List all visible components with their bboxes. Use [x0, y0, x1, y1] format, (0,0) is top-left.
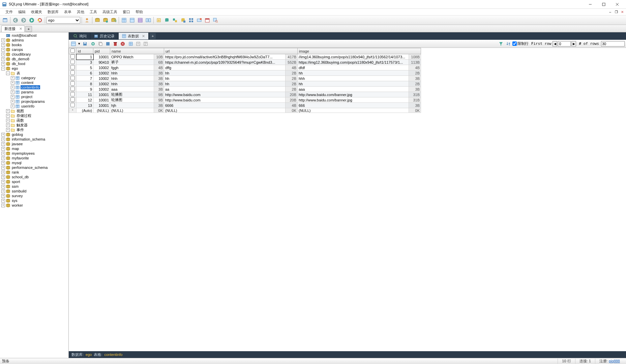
cell-id[interactable]: 8 [77, 81, 93, 87]
prev-page-button[interactable]: ◀ [553, 41, 557, 47]
mdi-restore-icon[interactable]: ❐ [614, 10, 619, 14]
cell-image[interactable]: 666 [298, 103, 409, 108]
grid-save-icon[interactable] [82, 40, 88, 47]
tree-database[interactable]: +worker [0, 203, 68, 208]
result-tab[interactable]: 历史记录 [91, 33, 118, 39]
cell-id[interactable]: 3 [77, 60, 93, 65]
cell-pid[interactable]: (NULL) [93, 108, 110, 113]
tree-database-ego[interactable]: −ego [0, 66, 68, 71]
col-url[interactable]: url [164, 48, 298, 54]
menu-other[interactable]: 其他 [74, 9, 87, 15]
table-row[interactable]: 710002hhh3Bhh2Bhhh3B [69, 76, 421, 81]
tree-table[interactable]: +project [0, 94, 68, 99]
expand-icon[interactable]: + [6, 109, 10, 113]
tree-database[interactable]: +books [0, 42, 68, 47]
tree-folder[interactable]: +函数 [0, 118, 68, 123]
mdi-minimize-icon[interactable]: – [608, 10, 613, 14]
cell-url[interactable]: aa [164, 87, 286, 92]
tree-folder-tables[interactable]: −表 [0, 71, 68, 75]
tool-schedule-icon[interactable] [204, 17, 211, 24]
menu-database[interactable]: 数据库 [45, 9, 61, 15]
cell-name[interactable]: 轮播图 [110, 97, 154, 103]
grid-dropdown-icon[interactable]: ▾ [78, 40, 81, 47]
row-check[interactable] [69, 60, 77, 65]
expand-icon[interactable]: + [11, 81, 14, 85]
cell-pid[interactable]: 10001 [93, 54, 110, 60]
tree-table[interactable]: +projectparams [0, 99, 68, 104]
expand-icon[interactable]: + [1, 38, 5, 42]
tool-index-icon[interactable] [137, 17, 144, 24]
cell-image[interactable]: aaa [298, 87, 409, 92]
grid-save-changes-icon[interactable] [105, 40, 111, 47]
refresh-icon[interactable] [36, 17, 43, 24]
tree-database[interactable]: +javaee [0, 142, 68, 146]
tree-database[interactable]: +myemployees [0, 151, 68, 156]
cell-id[interactable]: (Auto) [77, 108, 93, 113]
expand-icon[interactable]: + [1, 142, 5, 146]
tree-database[interactable]: +school_db [0, 175, 68, 179]
tree-database[interactable]: +performance_schema [0, 165, 68, 170]
expand-icon[interactable]: + [1, 48, 5, 52]
row-check[interactable] [69, 65, 77, 70]
expand-icon[interactable]: + [1, 152, 5, 155]
expand-icon[interactable]: + [1, 180, 5, 184]
expand-icon[interactable]: − [1, 67, 5, 70]
tree-folder[interactable]: +视图 [0, 109, 68, 113]
tool-schema-icon[interactable] [187, 17, 195, 24]
menu-advtools[interactable]: 高级工具 [100, 9, 120, 15]
mdi-close-icon[interactable]: ✕ [620, 10, 625, 14]
cell-pid[interactable]: 10001 [93, 92, 110, 97]
cell-name[interactable]: hhh [110, 76, 154, 81]
nav-forward-icon[interactable] [20, 17, 27, 24]
filter-icon[interactable] [498, 40, 504, 47]
expand-icon[interactable]: + [6, 114, 10, 118]
row-check[interactable] [69, 70, 77, 76]
tree-table[interactable]: +contentinfo [0, 85, 68, 90]
tree-database[interactable]: +db_food [0, 61, 68, 66]
cell-pid[interactable]: 10002 [93, 70, 110, 76]
table-row[interactable]: 810002hhh3Bhh2Bhh2B [69, 81, 421, 87]
tree-database[interactable]: +map [0, 146, 68, 151]
cell-name[interactable]: 轮播图 [110, 92, 154, 97]
cell-pid[interactable]: 10002 [93, 65, 110, 70]
grid-view-form-icon[interactable] [135, 40, 142, 47]
cell-url[interactable]: https://pro.jd.com/mall/active/tG3nBBhgh… [164, 54, 286, 60]
cell-id[interactable]: 1 [77, 54, 93, 60]
cell-pid[interactable]: 10001 [93, 103, 110, 108]
cell-url[interactable]: hh [164, 70, 286, 76]
close-icon[interactable]: ✕ [142, 34, 145, 38]
tree-database[interactable]: +myfavorite [0, 156, 68, 160]
col-name[interactable]: name [110, 48, 164, 54]
cell-name[interactable]: (NULL) [110, 108, 154, 113]
expand-icon[interactable]: + [1, 147, 5, 151]
expand-icon[interactable]: + [1, 138, 5, 141]
expand-icon[interactable]: + [1, 194, 5, 198]
maximize-button[interactable] [597, 0, 610, 9]
cell-url[interactable]: (NULL) [164, 108, 286, 113]
data-grid[interactable]: idpidnameurlimage110001OPPO Watch10Bhttp… [69, 48, 626, 351]
cell-image[interactable]: http://www.baidu.com/banner.jpg [298, 97, 409, 103]
execute-query-icon[interactable] [28, 17, 35, 24]
nav-back-icon[interactable] [12, 17, 19, 24]
cell-url[interactable]: http://www.baidu.com [164, 97, 286, 103]
table-row[interactable]: 510002fggh4Bdffg4Bdfdf4B [69, 65, 421, 70]
cell-url[interactable]: hh [164, 76, 286, 81]
menu-help[interactable]: 帮助 [133, 9, 146, 15]
expand-icon[interactable]: + [11, 104, 14, 108]
new-connection-icon[interactable] [1, 17, 9, 24]
cell-url[interactable]: dffg [164, 65, 286, 70]
tool-relation-icon[interactable] [145, 17, 152, 24]
expand-icon[interactable]: + [1, 175, 5, 179]
expand-icon[interactable]: + [11, 95, 14, 99]
menu-table[interactable]: 表单 [61, 9, 74, 15]
expand-icon[interactable]: + [11, 100, 14, 103]
minimize-button[interactable] [584, 0, 597, 9]
cell-pid[interactable]: 90410 [93, 60, 110, 65]
expand-icon[interactable]: + [1, 57, 5, 61]
table-row[interactable]: 110001OPPO Watch10Bhttps://pro.jd.com/ma… [69, 54, 421, 60]
result-tab[interactable]: 询问 [70, 33, 90, 39]
first-row-input[interactable] [558, 41, 571, 47]
grid-view-grid-icon[interactable] [127, 40, 134, 47]
cell-image[interactable]: https://img12.360buyimg.com/pop/s1180x94… [298, 60, 409, 65]
connection-tab[interactable]: 新连接 ✕ [1, 25, 25, 32]
